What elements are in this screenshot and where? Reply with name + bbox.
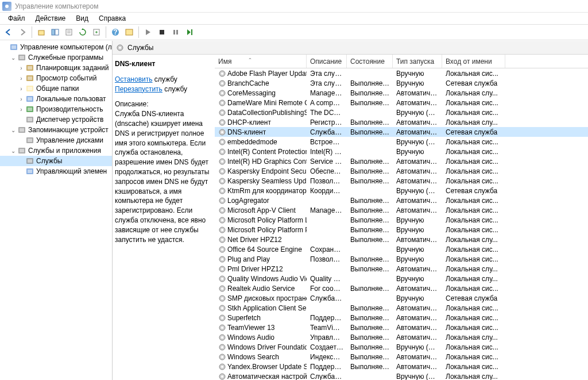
export-button[interactable] — [90, 26, 103, 39]
service-row[interactable]: Intel(R) Content Protection ...Intel(R) … — [215, 147, 588, 156]
service-row[interactable]: CoreMessagingManages c...ВыполняетсяАвто… — [215, 88, 588, 98]
service-row[interactable]: Net Driver HPZ12ВыполняетсяАвтоматиче...… — [215, 235, 588, 244]
properties-button[interactable] — [63, 26, 75, 39]
refresh-button[interactable] — [76, 26, 89, 39]
tree-item[interactable]: ›Просмотр событий — [0, 73, 112, 83]
play-button[interactable] — [142, 26, 154, 39]
cell-logon: Локальная сис... — [442, 324, 505, 332]
service-row[interactable]: LogAgregatorВыполняетсяАвтоматиче...Лока… — [215, 195, 588, 205]
menu-file[interactable]: Файл — [3, 13, 30, 24]
twisty-icon[interactable]: › — [17, 96, 25, 102]
restart-link[interactable]: Перезапустить — [115, 85, 163, 93]
service-row[interactable]: SMP дисковых пространст...Служба уз...Вр… — [215, 293, 588, 303]
col-state[interactable]: Состояние — [347, 55, 393, 68]
twisty-icon[interactable]: › — [17, 106, 25, 113]
back-button[interactable] — [2, 26, 15, 39]
cell-name: Microsoft Policy Platform L... — [215, 216, 307, 224]
tree-item[interactable]: Управление компьютером (л — [0, 42, 112, 52]
svg-point-97 — [221, 336, 223, 339]
tree-item[interactable]: ⌄Службы и приложения — [0, 145, 112, 156]
service-row[interactable]: Microsoft Policy Platform L...Выполняетс… — [215, 215, 588, 225]
cell-startup: Вручную (ак... — [393, 109, 442, 117]
service-row[interactable]: Plug and PlayПозволяе...ВыполняетсяВручн… — [215, 254, 588, 264]
service-row[interactable]: Adobe Flash Player Update ...Эта служб..… — [215, 68, 588, 78]
twisty-icon[interactable]: ⌄ — [9, 55, 17, 61]
tree-item[interactable]: ›Планировщик заданий — [0, 63, 112, 73]
grid-body[interactable]: Adobe Flash Player Update ...Эта служб..… — [215, 68, 588, 380]
twisty-icon[interactable]: ⌄ — [9, 127, 17, 133]
twisty-icon[interactable]: › — [17, 75, 25, 82]
twisty-icon[interactable]: › — [17, 65, 25, 71]
service-row[interactable]: Автоматическая настройк...Служба ав...Вр… — [215, 371, 588, 380]
svg-point-43 — [221, 72, 223, 75]
service-row[interactable]: Kaspersky Endpoint Securit...Обеспечи...… — [215, 166, 588, 176]
cell-name: Net Driver HPZ12 — [215, 236, 307, 244]
cell-state: Выполняется — [347, 118, 393, 126]
twisty-icon[interactable]: ⌄ — [9, 148, 17, 154]
service-row[interactable]: DataCollectionPublishingSe...The DCP (..… — [215, 108, 588, 117]
tree-item[interactable]: ›Локальные пользоват — [0, 94, 112, 104]
service-row[interactable]: Intel(R) HD Graphics Contro...Service fo… — [215, 156, 588, 166]
service-row[interactable]: Microsoft Policy Platform P...Выполняетс… — [215, 225, 588, 235]
cell-desc: Manages A... — [307, 206, 347, 214]
gear-icon — [218, 89, 226, 97]
service-row[interactable]: Windows Driver Foundation...Создает п...… — [215, 342, 588, 352]
col-desc[interactable]: Описание — [307, 55, 347, 68]
col-name[interactable]: Имя — [215, 55, 307, 68]
tree-item[interactable]: Диспетчер устройств — [0, 114, 112, 125]
gear-icon — [218, 285, 226, 293]
col-logon[interactable]: Вход от имени — [442, 55, 505, 68]
service-row[interactable]: embeddedmodeВстроенн...Вручную (ак...Лок… — [215, 137, 588, 147]
svg-text:?: ? — [113, 28, 117, 36]
service-row[interactable]: Pml Driver HPZ12ВыполняетсяАвтоматиче...… — [215, 264, 588, 274]
tree-item[interactable]: Управляющий элемен — [0, 166, 112, 176]
nav-tree[interactable]: Управление компьютером (л⌄Служебные прог… — [0, 41, 113, 380]
up-button[interactable] — [35, 26, 48, 39]
tree-item[interactable]: ⌄Служебные программы — [0, 52, 112, 63]
filter-button[interactable] — [123, 26, 136, 39]
tree-label: Управление компьютером (л — [20, 43, 112, 51]
cell-startup: Автоматиче... — [393, 128, 442, 136]
service-row[interactable]: DameWare Mini Remote Co...A compon...Вып… — [215, 98, 588, 108]
service-row[interactable]: DNS-клиентСлужба D...ВыполняетсяАвтомати… — [215, 127, 588, 137]
tree-item[interactable]: ⌄Запоминающие устройст — [0, 125, 112, 135]
service-row[interactable]: Quality Windows Audio Vid...Quality Wi..… — [215, 274, 588, 283]
tree-item[interactable]: ›Производительность — [0, 104, 112, 114]
service-row[interactable]: TeamViewer 13TeamView...ВыполняетсяАвтом… — [215, 323, 588, 332]
tree-label: Общие папки — [36, 85, 79, 93]
service-row[interactable]: Windows AudioУправлен...ВыполняетсяАвтом… — [215, 332, 588, 342]
menu-view[interactable]: Вид — [71, 13, 93, 24]
twisty-icon[interactable]: › — [17, 86, 25, 92]
service-row[interactable]: Realtek Audio ServiceFor cooper...Выполн… — [215, 283, 588, 293]
col-startup[interactable]: Тип запуска — [393, 55, 442, 68]
cell-startup: Автоматиче... — [393, 177, 442, 185]
service-row[interactable]: SuperfetchПоддержи...ВыполняетсяАвтомати… — [215, 313, 588, 323]
tree-item[interactable]: Управление дисками — [0, 135, 112, 145]
service-row[interactable]: Kaspersky Seamless Update ...Позволяет..… — [215, 176, 588, 186]
stop-button[interactable] — [156, 26, 168, 39]
menu-action[interactable]: Действие — [31, 13, 71, 24]
pause-button[interactable] — [169, 26, 182, 39]
cell-logon: Локальная сис... — [442, 245, 505, 254]
service-row[interactable]: Windows SearchИндексир...ВыполняетсяАвто… — [215, 352, 588, 362]
tree-item[interactable]: ›Общие папки — [0, 83, 112, 94]
service-row[interactable]: BranchCacheЭта служб...ВыполняетсяВручну… — [215, 78, 588, 88]
service-row[interactable]: Microsoft App-V ClientManages A...Выполн… — [215, 205, 588, 215]
cell-name: DNS-клиент — [215, 128, 307, 136]
cell-startup: Автоматиче... — [393, 236, 442, 244]
cell-desc: A compon... — [307, 99, 347, 107]
service-row[interactable]: KtmRm для координатора ...Координи...Вру… — [215, 186, 588, 195]
stop-link[interactable]: Остановить — [115, 75, 153, 83]
service-row[interactable]: Office 64 Source EngineСохранен...Вручну… — [215, 244, 588, 254]
service-row[interactable]: Stkh Application Client Serv...Выполняет… — [215, 303, 588, 313]
cell-desc: For cooper... — [307, 285, 347, 293]
cell-desc: Индексир... — [307, 353, 347, 361]
menu-help[interactable]: Справка — [94, 13, 130, 24]
help-button[interactable]: ? — [109, 26, 122, 39]
service-row[interactable]: Yandex.Browser Update Se...Поддержи...Вы… — [215, 362, 588, 371]
show-hide-tree-button[interactable] — [49, 26, 61, 39]
service-row[interactable]: DHCP-клиентРегистрир...ВыполняетсяАвтома… — [215, 117, 588, 127]
restart-button[interactable] — [183, 26, 196, 39]
forward-button[interactable] — [16, 26, 29, 39]
tree-item[interactable]: Службы — [0, 156, 112, 166]
